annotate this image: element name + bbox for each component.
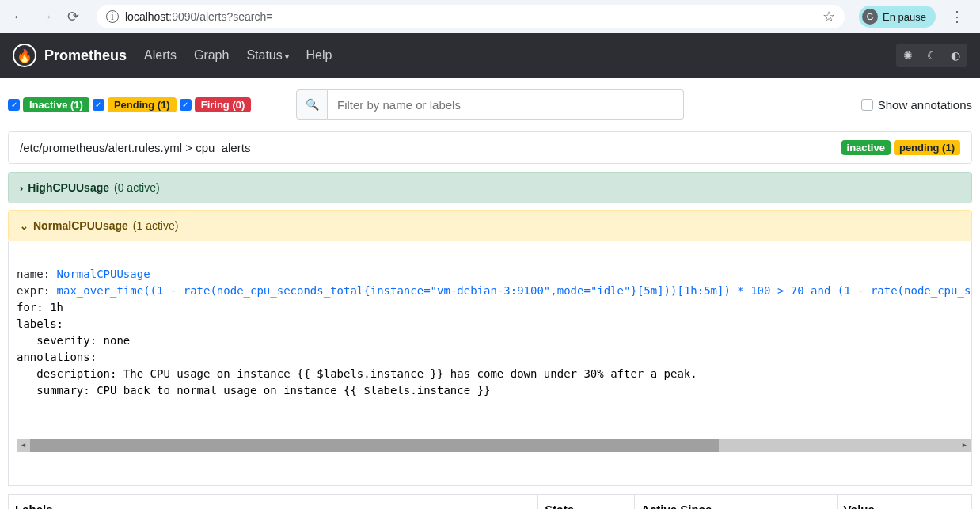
flame-icon: 🔥 (13, 44, 36, 67)
theme-auto-icon[interactable]: ◐ (944, 44, 967, 67)
alert-row-normalcpu[interactable]: ⌄ NormalCPUUsage (1 active) (8, 210, 972, 241)
brand-text: Prometheus (44, 47, 127, 64)
nav-link-help[interactable]: Help (306, 48, 332, 63)
horizontal-scrollbar[interactable]: ◀ ▶ (17, 439, 971, 452)
scroll-thumb[interactable] (30, 439, 719, 452)
rule-labels-severity: severity: none (17, 334, 130, 347)
profile-chip[interactable]: G En pause (859, 6, 936, 28)
th-state: State (538, 495, 635, 510)
checkbox-unchecked-icon (861, 99, 873, 111)
rule-for: for: 1h (17, 301, 63, 313)
url-text: localhost:9090/alerts?search= (125, 10, 272, 23)
rule-group-badges: inactive pending (1) (841, 140, 960, 155)
alert-count: (1 active) (133, 219, 179, 232)
alert-name: HighCPUUsage (28, 181, 109, 194)
bookmark-star-icon[interactable]: ☆ (822, 8, 835, 25)
page-content: ✓ Inactive (1) ✓ Pending (1) ✓ Firing (0… (0, 78, 980, 509)
alert-instances-table: Labels State Active Since Value alertnam… (8, 494, 972, 509)
alert-name: NormalCPUUsage (33, 219, 128, 232)
theme-light-icon[interactable]: ✺ (896, 44, 920, 67)
avatar: G (862, 9, 878, 25)
brand-logo[interactable]: 🔥 Prometheus (13, 44, 127, 67)
checkbox-checked-icon: ✓ (93, 99, 104, 111)
site-info-icon[interactable]: i (106, 10, 119, 23)
checkbox-checked-icon: ✓ (180, 99, 192, 111)
nav-forward-icon[interactable]: → (36, 9, 55, 25)
browser-menu-icon[interactable]: ⋮ (944, 8, 971, 25)
chevron-right-icon: › (20, 182, 23, 194)
search-input[interactable] (328, 89, 684, 120)
rule-detail-panel: name: NormalCPUUsage expr: max_over_time… (8, 241, 972, 486)
app-navbar: 🔥 Prometheus Alerts Graph Status Help ✺ … (0, 33, 980, 78)
theme-switcher: ✺ ☾ ◐ (896, 44, 967, 67)
show-annotations-toggle[interactable]: Show annotations (861, 98, 972, 112)
table-header-row: Labels State Active Since Value (9, 495, 972, 510)
show-annotations-label: Show annotations (878, 98, 972, 112)
badge-inactive: inactive (841, 140, 891, 155)
rule-annotation-description: description: The CPU usage on instance {… (17, 367, 697, 380)
profile-label: En pause (883, 11, 926, 23)
badge-pending: pending (1) (894, 140, 960, 155)
rule-name-link[interactable]: NormalCPUUsage (57, 268, 150, 280)
pending-pill: Pending (1) (108, 97, 177, 112)
scroll-right-icon[interactable]: ▶ (958, 439, 971, 452)
search-icon: 🔍 (306, 98, 319, 111)
rule-group-path: /etc/prometheus/alert.rules.yml > cpu_al… (20, 141, 250, 154)
theme-dark-icon[interactable]: ☾ (920, 44, 944, 67)
th-labels: Labels (9, 495, 538, 510)
firing-pill: Firing (0) (195, 97, 252, 112)
rule-group-header: /etc/prometheus/alert.rules.yml > cpu_al… (8, 131, 972, 164)
rule-expr-link[interactable]: max_over_time((1 - rate(node_cpu_seconds… (57, 284, 972, 297)
filter-firing[interactable]: ✓ Firing (0) (180, 97, 252, 112)
checkbox-checked-icon: ✓ (8, 99, 20, 111)
browser-toolbar: ← → ⟳ i localhost:9090/alerts?search= ☆ … (0, 0, 980, 33)
search-group: 🔍 (296, 89, 684, 120)
alert-count: (0 active) (114, 181, 160, 194)
search-button[interactable]: 🔍 (296, 89, 328, 120)
scroll-left-icon[interactable]: ◀ (17, 439, 30, 452)
rule-expr-key: expr: (17, 284, 57, 297)
nav-link-alerts[interactable]: Alerts (144, 48, 177, 63)
nav-link-status[interactable]: Status (246, 48, 288, 63)
filter-row: ✓ Inactive (1) ✓ Pending (1) ✓ Firing (0… (8, 90, 972, 119)
rule-annotation-summary: summary: CPU back to normal usage on ins… (17, 384, 490, 397)
rule-annotations: annotations: (17, 351, 97, 363)
alert-row-highcpu[interactable]: › HighCPUUsage (0 active) (8, 172, 972, 203)
state-filters: ✓ Inactive (1) ✓ Pending (1) ✓ Firing (0… (8, 97, 251, 112)
filter-inactive[interactable]: ✓ Inactive (1) (8, 97, 89, 112)
reload-icon[interactable]: ⟳ (63, 8, 82, 25)
nav-back-icon[interactable]: ← (9, 9, 28, 25)
nav-link-graph[interactable]: Graph (194, 48, 229, 63)
rule-labels: labels: (17, 317, 63, 330)
url-bar[interactable]: i localhost:9090/alerts?search= ☆ (97, 5, 845, 28)
rule-name-key: name: (17, 268, 57, 280)
chevron-down-icon: ⌄ (20, 220, 28, 232)
inactive-pill: Inactive (1) (23, 97, 89, 112)
th-value: Value (837, 495, 971, 510)
th-active-since: Active Since (635, 495, 838, 510)
filter-pending[interactable]: ✓ Pending (1) (93, 97, 177, 112)
